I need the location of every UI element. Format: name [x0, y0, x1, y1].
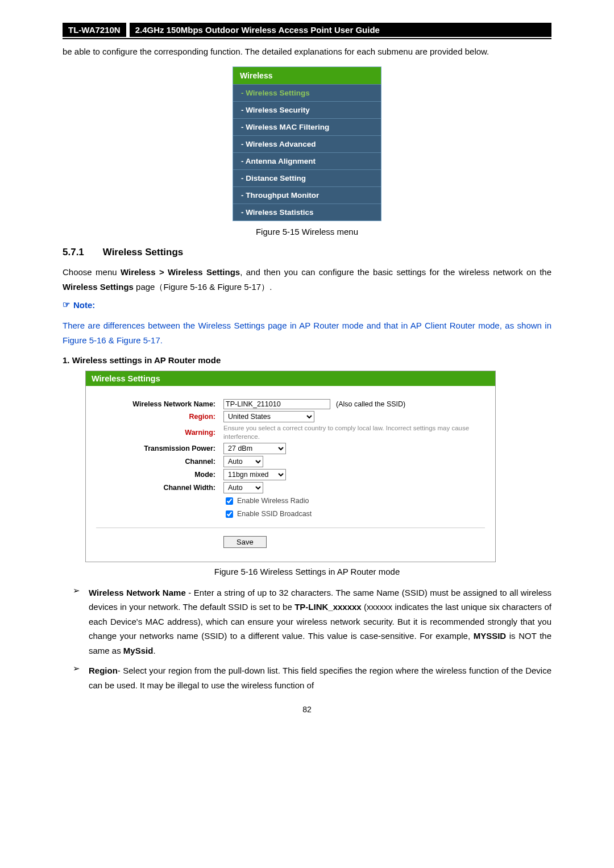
note-icon: ☞	[63, 300, 70, 310]
menu-item-wireless-advanced[interactable]: - Wireless Advanced	[233, 135, 381, 152]
select-channel[interactable]: Auto	[223, 456, 263, 467]
label-warning: Warning:	[96, 429, 223, 437]
choose-menu-paragraph: Choose menu Wireless > Wireless Settings…	[63, 265, 551, 294]
bullet-arrow-icon: ➢	[73, 585, 89, 658]
menu-item-distance-setting[interactable]: - Distance Setting	[233, 169, 381, 186]
wireless-menu-figure: Wireless - Wireless Settings - Wireless …	[233, 67, 381, 221]
menu-item-antenna-alignment[interactable]: - Antenna Alignment	[233, 152, 381, 169]
numbered-heading: 1. Wireless settings in AP Router mode	[63, 355, 551, 365]
select-mode[interactable]: 11bgn mixed	[223, 469, 286, 480]
label-network-name: Wireless Network Name:	[96, 400, 223, 408]
checkbox-enable-wireless-radio[interactable]	[226, 497, 233, 505]
note-label: ☞ Note:	[63, 300, 551, 310]
section-heading: 5.7.1 Wireless Settings	[63, 247, 551, 258]
select-region[interactable]: United States	[223, 411, 314, 422]
label-mode: Mode:	[96, 471, 223, 479]
ssid-note: (Also called the SSID)	[336, 400, 405, 408]
note-text: Note:	[73, 300, 95, 310]
bullet-arrow-icon: ➢	[73, 663, 89, 692]
doc-header: TL-WA7210N 2.4GHz 150Mbps Outdoor Wirele…	[63, 23, 551, 39]
panel-header: Wireless Settings	[86, 371, 495, 386]
menu-item-wireless-settings[interactable]: - Wireless Settings	[233, 84, 381, 101]
bullet-wireless-network-name: Wireless Network Name - Enter a string o…	[89, 585, 551, 658]
warning-text: Ensure you select a correct country to c…	[223, 424, 485, 441]
page-number: 82	[63, 705, 551, 714]
label-enable-wireless-radio: Enable Wireless Radio	[237, 497, 309, 505]
label-channel-width: Channel Width:	[96, 484, 223, 492]
checkbox-enable-ssid-broadcast[interactable]	[226, 510, 233, 518]
menu-item-wireless-mac-filtering[interactable]: - Wireless MAC Filtering	[233, 118, 381, 135]
label-transmission-power: Transmission Power:	[96, 445, 223, 452]
select-transmission-power[interactable]: 27 dBm	[223, 443, 286, 454]
menu-header: Wireless	[233, 67, 381, 84]
wireless-settings-panel: Wireless Settings Wireless Network Name:…	[85, 371, 496, 562]
intro-text: be able to configure the corresponding f…	[63, 45, 551, 59]
note-body: There are differences between the Wirele…	[63, 318, 551, 347]
input-network-name[interactable]	[223, 399, 330, 409]
section-number: 5.7.1	[63, 247, 100, 258]
figure-5-16-caption: Figure 5-16 Wireless Settings in AP Rout…	[63, 567, 551, 576]
menu-item-wireless-statistics[interactable]: - Wireless Statistics	[233, 203, 381, 221]
figure-5-15-caption: Figure 5-15 Wireless menu	[63, 227, 551, 236]
section-title: Wireless Settings	[103, 247, 184, 258]
header-title: 2.4GHz 150Mbps Outdoor Wireless Access P…	[130, 23, 551, 37]
bullet-region: Region- Select your region from the pull…	[89, 663, 551, 692]
menu-item-wireless-security[interactable]: - Wireless Security	[233, 101, 381, 118]
label-region: Region:	[96, 413, 223, 421]
label-enable-ssid-broadcast: Enable SSID Broadcast	[237, 510, 312, 518]
model-label: TL-WA7210N	[63, 23, 126, 37]
menu-item-throughput-monitor[interactable]: - Throughput Monitor	[233, 186, 381, 203]
save-button[interactable]: Save	[223, 536, 267, 548]
select-channel-width[interactable]: Auto	[223, 482, 263, 493]
label-channel: Channel:	[96, 458, 223, 466]
